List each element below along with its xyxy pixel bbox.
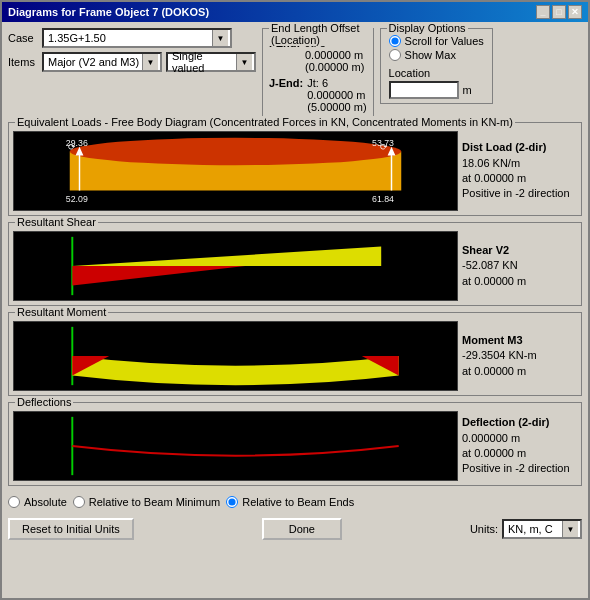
items-value2: Single valued — [170, 50, 236, 74]
units-combo[interactable]: KN, m, C ▼ — [502, 519, 582, 539]
moment-section: Resultant Moment Moment M3 — [8, 312, 582, 396]
close-button[interactable]: ✕ — [568, 5, 582, 19]
window-title: Diagrams for Frame Object 7 (DOKOS) — [8, 6, 209, 18]
showmax-radio[interactable] — [389, 49, 401, 61]
maximize-button[interactable]: □ — [552, 5, 566, 19]
shear-svg — [14, 232, 457, 300]
shear-info-value: -52.087 KN — [462, 258, 577, 273]
deflection-info-at: at 0.00000 m — [462, 446, 577, 461]
items-combo1-arrow[interactable]: ▼ — [142, 54, 158, 70]
absolute-radio-row: Absolute — [8, 496, 67, 508]
end-length-panel: End Length Offset (Location) I-End: Jt: … — [262, 28, 374, 118]
deflection-info-value: 0.000000 m — [462, 431, 577, 446]
relative-min-label: Relative to Beam Minimum — [89, 496, 220, 508]
moment-info-at: at 0.00000 m — [462, 364, 577, 379]
moment-diagram-row: Moment M3 -29.3504 KN-m at 0.00000 m — [9, 313, 581, 395]
shear-section: Resultant Shear Shear V2 -52.087 KN — [8, 222, 582, 306]
title-bar: Diagrams for Frame Object 7 (DOKOS) _ □ … — [2, 2, 588, 22]
j-end-joint: Jt: 6 — [307, 77, 366, 89]
main-window: Diagrams for Frame Object 7 (DOKOS) _ □ … — [0, 0, 590, 600]
j-end-value2: (5.00000 m) — [307, 101, 366, 113]
minimize-button[interactable]: _ — [536, 5, 550, 19]
i-end-value2: (0.00000 m) — [305, 61, 364, 73]
units-row: Units: KN, m, C ▼ — [470, 519, 582, 539]
j-end-value1: 0.000000 m — [307, 89, 366, 101]
items-row: Items Major (V2 and M3) ▼ Single valued … — [8, 52, 256, 72]
top-controls-row: Case 1.35G+1.50 ▼ Items Major (V2 and M3… — [8, 28, 582, 118]
case-label: Case — [8, 32, 38, 44]
fbd-info: Dist Load (2-dir) 18.06 KN/m at 0.00000 … — [462, 140, 577, 202]
done-button[interactable]: Done — [262, 518, 342, 540]
scroll-radio[interactable] — [389, 35, 401, 47]
deflection-info-dir: Positive in -2 direction — [462, 461, 577, 476]
case-combo-arrow[interactable]: ▼ — [212, 30, 228, 46]
case-items-panel: Case 1.35G+1.50 ▼ Items Major (V2 and M3… — [8, 28, 256, 72]
items-combo1[interactable]: Major (V2 and M3) ▼ — [42, 52, 162, 72]
svg-point-1 — [70, 138, 402, 165]
deflection-info-title: Deflection (2-dir) — [462, 415, 577, 430]
fbd-info-value: 18.06 KN/m — [462, 156, 577, 171]
scroll-radio-row: Scroll for Values — [389, 35, 484, 47]
svg-marker-14 — [72, 247, 381, 266]
units-label: Units: — [470, 523, 498, 535]
end-length-title: End Length Offset (Location) — [269, 22, 373, 46]
shear-info: Shear V2 -52.087 KN at 0.00000 m — [462, 243, 577, 289]
fbd-info-at: at 0.00000 m — [462, 171, 577, 186]
footer-row: Reset to Initial Units Done Units: KN, m… — [8, 518, 582, 540]
moment-info-title: Moment M3 — [462, 333, 577, 348]
svg-text:52.09: 52.09 — [66, 194, 88, 204]
deflection-options-row: Absolute Relative to Beam Minimum Relati… — [8, 494, 582, 510]
items-combo2[interactable]: Single valued ▼ — [166, 52, 256, 72]
case-value: 1.35G+1.50 — [46, 32, 212, 44]
relative-min-radio-row: Relative to Beam Minimum — [73, 496, 220, 508]
relative-ends-radio[interactable] — [226, 496, 238, 508]
items-value1: Major (V2 and M3) — [46, 56, 142, 68]
moment-svg — [14, 322, 457, 390]
case-row: Case 1.35G+1.50 ▼ — [8, 28, 256, 48]
scroll-label: Scroll for Values — [405, 35, 484, 47]
display-options-title: Display Options — [387, 22, 468, 34]
display-options-panel: Display Options Scroll for Values Show M… — [380, 28, 493, 104]
items-combo2-arrow[interactable]: ▼ — [236, 54, 252, 70]
reset-button[interactable]: Reset to Initial Units — [8, 518, 134, 540]
svg-text:29.36: 29.36 — [66, 138, 88, 148]
j-end-label: J-End: — [269, 77, 303, 113]
relative-min-radio[interactable] — [73, 496, 85, 508]
moment-info: Moment M3 -29.3504 KN-m at 0.00000 m — [462, 333, 577, 379]
svg-text:61.84: 61.84 — [372, 194, 394, 204]
location-input[interactable]: 0.00000 — [389, 81, 459, 99]
moment-title: Resultant Moment — [15, 306, 108, 318]
case-combo[interactable]: 1.35G+1.50 ▼ — [42, 28, 232, 48]
items-label: Items — [8, 56, 38, 68]
units-combo-arrow[interactable]: ▼ — [562, 521, 578, 537]
fbd-section: Equivalent Loads - Free Body Diagram (Co… — [8, 122, 582, 216]
relative-ends-radio-row: Relative to Beam Ends — [226, 496, 354, 508]
deflection-canvas — [13, 411, 458, 481]
fbd-svg: ⟳ ⟳ 29.36 52.09 53.73 61.84 — [14, 132, 457, 210]
j-end-values: Jt: 6 0.000000 m (5.00000 m) — [307, 77, 366, 113]
deflection-info: Deflection (2-dir) 0.000000 m at 0.00000… — [462, 415, 577, 477]
fbd-diagram-row: ⟳ ⟳ 29.36 52.09 53.73 61.84 Dist Load (2… — [9, 123, 581, 215]
absolute-radio[interactable] — [8, 496, 20, 508]
relative-ends-label: Relative to Beam Ends — [242, 496, 354, 508]
units-value: KN, m, C — [506, 523, 562, 535]
deflection-section: Deflections Deflection (2-dir) 0.000000 … — [8, 402, 582, 486]
showmax-label: Show Max — [405, 49, 456, 61]
fbd-title: Equivalent Loads - Free Body Diagram (Co… — [15, 116, 515, 128]
main-content: Case 1.35G+1.50 ▼ Items Major (V2 and M3… — [2, 22, 588, 598]
shear-info-at: at 0.00000 m — [462, 274, 577, 289]
i-end-value1: 0.000000 m — [305, 49, 364, 61]
shear-info-title: Shear V2 — [462, 243, 577, 258]
deflection-svg — [14, 412, 457, 480]
location-label: Location — [389, 67, 484, 79]
fbd-info-title: Dist Load (2-dir) — [462, 140, 577, 155]
showmax-radio-row: Show Max — [389, 49, 484, 61]
location-section: Location 0.00000 m — [389, 67, 484, 99]
location-input-row: 0.00000 m — [389, 81, 484, 99]
svg-marker-13 — [72, 266, 245, 285]
absolute-label: Absolute — [24, 496, 67, 508]
svg-text:53.73: 53.73 — [372, 138, 394, 148]
fbd-info-dir: Positive in -2 direction — [462, 186, 577, 201]
fbd-canvas: ⟳ ⟳ 29.36 52.09 53.73 61.84 — [13, 131, 458, 211]
shear-diagram-row: Shear V2 -52.087 KN at 0.00000 m — [9, 223, 581, 305]
